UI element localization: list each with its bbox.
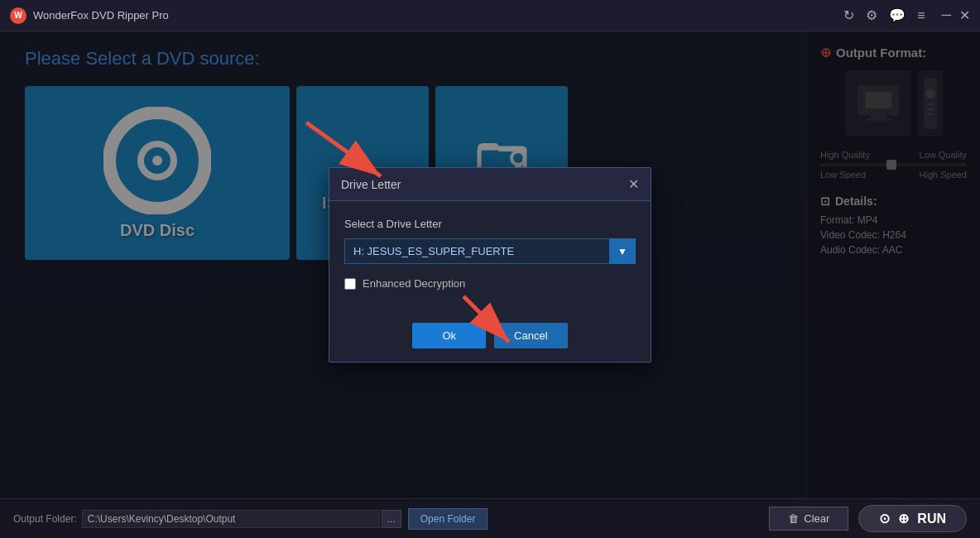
dialog-footer: Ok Cancel <box>329 313 651 362</box>
minimize-icon[interactable]: ─ <box>942 7 951 23</box>
close-icon[interactable]: ✕ <box>959 7 970 23</box>
clear-button[interactable]: 🗑 Clear <box>769 507 848 531</box>
drive-select[interactable]: H: JESUS_ES_SUPER_FUERTE <box>344 238 636 264</box>
win-controls: ─ ✕ <box>942 7 970 23</box>
menu-icon[interactable]: ≡ <box>917 8 925 23</box>
enhanced-decryption-row: Enhanced Decryption <box>344 277 636 290</box>
clear-label: Clear <box>804 512 829 525</box>
run-label: RUN <box>917 512 946 526</box>
path-browse-button[interactable]: ... <box>382 510 401 528</box>
run-target-icon: ⊕ <box>898 511 909 526</box>
cancel-button[interactable]: Cancel <box>494 323 567 348</box>
run-button[interactable]: ⊙ ⊕ RUN <box>858 505 967 532</box>
titlebar: W WonderFox DVD Ripper Pro ↻ ⚙ 💬 ≡ ─ ✕ <box>0 0 980 31</box>
app-title: WonderFox DVD Ripper Pro <box>33 9 169 22</box>
enhanced-decryption-checkbox[interactable] <box>344 278 356 290</box>
ok-button[interactable]: Ok <box>412 323 486 348</box>
title-icons: ↻ ⚙ 💬 ≡ <box>843 7 925 23</box>
dialog-header: Drive Letter ✕ <box>329 168 651 201</box>
chat-icon[interactable]: 💬 <box>889 7 906 23</box>
modal-overlay: Drive Letter ✕ Select a Drive Letter H: … <box>0 31 980 498</box>
enhanced-decryption-label[interactable]: Enhanced Decryption <box>363 277 465 290</box>
drive-select-wrapper: H: JESUS_ES_SUPER_FUERTE ▼ <box>344 238 636 264</box>
trash-icon: 🗑 <box>788 512 799 525</box>
drive-letter-dialog: Drive Letter ✕ Select a Drive Letter H: … <box>329 167 651 363</box>
bottom-bar: Output Folder: C:\Users\Kevincy\Desktop\… <box>0 498 980 538</box>
output-folder-label: Output Folder: <box>13 513 77 525</box>
dialog-body: Select a Drive Letter H: JESUS_ES_SUPER_… <box>329 201 651 313</box>
refresh-icon[interactable]: ↻ <box>843 7 854 23</box>
run-circle-icon: ⊙ <box>879 511 890 526</box>
open-folder-button[interactable]: Open Folder <box>408 508 488 530</box>
settings-icon[interactable]: ⚙ <box>866 7 877 23</box>
dialog-select-label: Select a Drive Letter <box>344 218 636 230</box>
output-path-display: C:\Users\Kevincy\Desktop\Output <box>82 510 380 528</box>
app-logo: W <box>10 7 26 24</box>
dialog-title: Drive Letter <box>341 178 401 191</box>
dialog-close-button[interactable]: ✕ <box>628 176 639 192</box>
